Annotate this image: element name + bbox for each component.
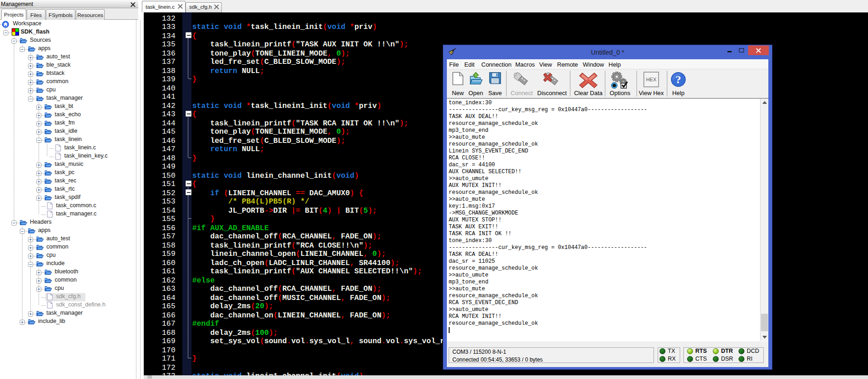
svg-text:?: ?	[676, 74, 681, 85]
svg-text:HEX: HEX	[646, 77, 657, 82]
